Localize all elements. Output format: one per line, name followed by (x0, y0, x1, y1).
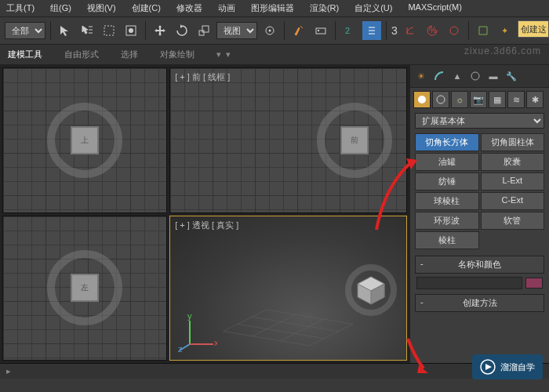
svg-rect-4 (202, 26, 209, 32)
ribbon-freeform[interactable]: 自由形式 (64, 49, 99, 60)
lights-icon[interactable]: ☼ (451, 91, 468, 108)
svg-line-13 (238, 324, 324, 338)
window-crossing-icon[interactable] (122, 21, 140, 40)
svg-point-27 (418, 96, 426, 103)
creation-method-rollup[interactable]: 创建方法 (415, 294, 544, 312)
shapes-icon[interactable] (432, 91, 449, 108)
menu-group[interactable]: 组(G) (50, 2, 71, 14)
geometry-icon[interactable] (413, 91, 431, 108)
gengon-button[interactable]: 球棱柱 (415, 192, 479, 210)
menu-graph[interactable]: 图形编辑器 (251, 2, 294, 14)
maxscript-toggle-icon[interactable]: ▸ (6, 366, 11, 376)
viewcube-top[interactable]: 上 (61, 117, 108, 164)
viewcube-perspective[interactable] (354, 274, 387, 307)
snap-toggle-icon[interactable] (362, 21, 381, 40)
main-toolbar: 全部 视图 2 3 % ✦ 创建这 (0, 16, 549, 45)
cameras-icon[interactable]: 📷 (470, 91, 487, 108)
menu-tools[interactable]: 工具(T) (6, 2, 35, 14)
svg-rect-8 (318, 30, 319, 31)
svg-text:z: z (178, 344, 183, 352)
selection-filter-dropdown[interactable]: 全部 (5, 22, 45, 39)
select-scale-icon[interactable] (195, 21, 213, 40)
object-name-input[interactable] (416, 277, 522, 289)
workspace: 上 [ + ] 前 [ 线框 ] 前 左 [ + ] 透视 [ 真实 ] (0, 65, 549, 363)
select-region-icon[interactable] (100, 21, 118, 40)
chamfercyl-button[interactable]: 切角圆柱体 (481, 133, 545, 151)
svg-line-19 (310, 324, 353, 346)
cext-button[interactable]: C-Ext (481, 192, 545, 210)
menu-render[interactable]: 渲染(R) (310, 2, 339, 14)
named-sel-icon[interactable]: ✦ (496, 21, 514, 40)
svg-line-12 (224, 331, 310, 345)
angle-snap-icon[interactable] (401, 21, 420, 40)
primitive-category-dropdown[interactable]: 扩展基本体 (415, 113, 544, 129)
chevron-down-icon[interactable]: ▾ (216, 49, 221, 60)
play-icon (480, 359, 496, 375)
menu-maxscript[interactable]: MAXScript(M) (408, 2, 461, 14)
watermark-url: zixue.3d66.com (464, 45, 541, 56)
keyboard-shortcut-icon[interactable] (311, 21, 330, 40)
menu-modifiers[interactable]: 修改器 (176, 2, 202, 14)
viewport-front[interactable]: [ + ] 前 [ 线框 ] 前 (169, 67, 407, 213)
select-name-icon[interactable] (78, 21, 96, 40)
helpers-icon[interactable]: ▦ (489, 91, 506, 108)
display-tab-icon[interactable]: ▬ (485, 68, 501, 84)
status-bar: ▸ (0, 363, 549, 379)
viewcube-front[interactable]: 前 (331, 117, 378, 164)
viewport-top[interactable]: 上 (2, 67, 167, 213)
modify-tab-icon[interactable] (431, 68, 447, 84)
hierarchy-tab-icon[interactable]: ▲ (449, 68, 465, 84)
snap-3-label: 3 (391, 24, 398, 37)
use-center-icon[interactable] (260, 21, 279, 40)
utilities-tab-icon[interactable]: 🔧 (504, 68, 519, 84)
edit-named-sel-icon[interactable] (474, 21, 493, 40)
ringwave-button[interactable]: 环形波 (415, 212, 479, 230)
command-panel: ☀ ▲ ▬ 🔧 ☼ 📷 ▦ ≋ ✱ 扩展基本体 切角长方体 切角圆柱体 油罐 胶… (409, 65, 549, 363)
ribbon-selection[interactable]: 选择 (121, 49, 138, 60)
select-object-icon[interactable] (56, 21, 75, 40)
manipulate-icon[interactable] (289, 21, 308, 40)
create-selection-set[interactable]: 创建这 (518, 20, 549, 38)
snap-2d-icon[interactable]: 2 (340, 21, 359, 40)
ribbon-object-paint[interactable]: 对象绘制 (160, 49, 195, 60)
create-tab-icon[interactable]: ☀ (413, 68, 429, 84)
svg-point-26 (471, 72, 479, 80)
oiltank-button[interactable]: 油罐 (415, 153, 479, 171)
lext-button[interactable]: L-Ext (481, 172, 545, 191)
viewport-front-label[interactable]: [ + ] 前 [ 线框 ] (175, 71, 230, 83)
svg-line-16 (224, 310, 267, 332)
percent-snap-icon[interactable]: % (423, 21, 442, 40)
svg-text:2: 2 (345, 26, 350, 35)
watermark-badge: 溜溜自学 (472, 354, 543, 379)
systems-icon[interactable]: ✱ (526, 91, 544, 108)
chamferbox-button[interactable]: 切角长方体 (415, 133, 479, 151)
viewport-perspective[interactable]: [ + ] 透视 [ 真实 ] y x z (169, 216, 407, 361)
menu-animation[interactable]: 动画 (218, 2, 235, 14)
motion-tab-icon[interactable] (467, 68, 483, 84)
menu-views[interactable]: 视图(V) (87, 2, 116, 14)
select-move-icon[interactable] (151, 21, 169, 40)
svg-line-14 (253, 317, 339, 331)
create-categories: ☼ 📷 ▦ ≋ ✱ (410, 88, 549, 111)
name-color-rollup[interactable]: 名称和颜色 (415, 256, 544, 274)
viewport-persp-label[interactable]: [ + ] 透视 [ 真实 ] (175, 220, 238, 231)
svg-line-15 (267, 310, 353, 324)
select-rotate-icon[interactable] (173, 21, 191, 40)
ribbon-modeling[interactable]: 建模工具 (8, 49, 42, 60)
menu-bar: 工具(T) 组(G) 视图(V) 创建(C) 修改器 动画 图形编辑器 渲染(R… (0, 0, 549, 16)
prism-button[interactable]: 棱柱 (415, 231, 479, 249)
svg-rect-3 (199, 31, 204, 35)
capsule-button[interactable]: 胶囊 (481, 153, 545, 171)
spacewarps-icon[interactable]: ≋ (507, 91, 525, 108)
viewcube-left[interactable]: 左 (61, 264, 108, 311)
viewport-left[interactable]: 左 (2, 216, 167, 361)
hose-button[interactable]: 软管 (481, 212, 545, 230)
chevron-down-icon[interactable]: ▾ (226, 49, 231, 60)
spinner-snap-icon[interactable] (445, 21, 464, 40)
object-color-swatch[interactable] (525, 278, 543, 289)
ref-coord-dropdown[interactable]: 视图 (216, 22, 257, 39)
menu-create[interactable]: 创建(C) (132, 2, 161, 14)
spindle-button[interactable]: 纺锤 (415, 172, 479, 191)
svg-rect-7 (316, 28, 325, 34)
menu-customize[interactable]: 自定义(U) (354, 2, 392, 14)
